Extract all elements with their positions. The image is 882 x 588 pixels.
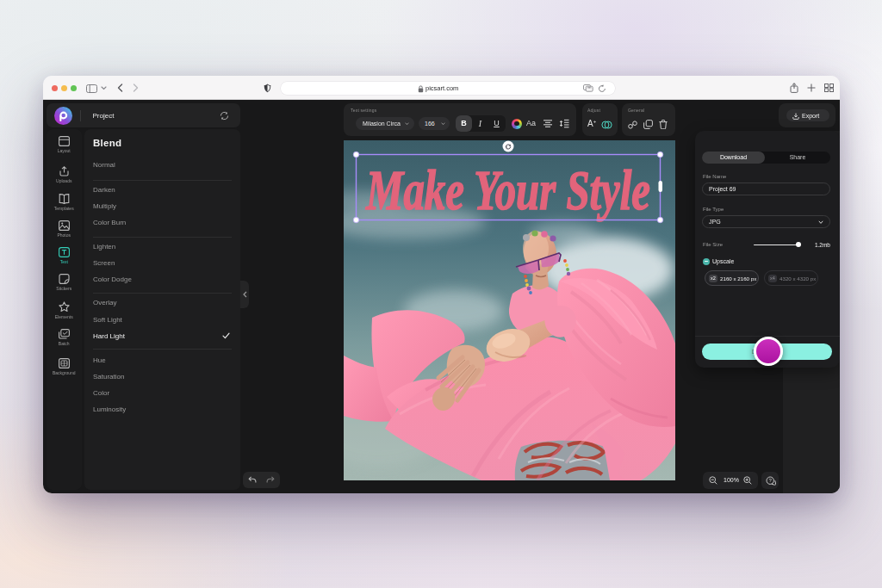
svg-text:Make Your Style: Make Your Style xyxy=(365,158,650,221)
svg-text:?: ? xyxy=(768,478,772,483)
